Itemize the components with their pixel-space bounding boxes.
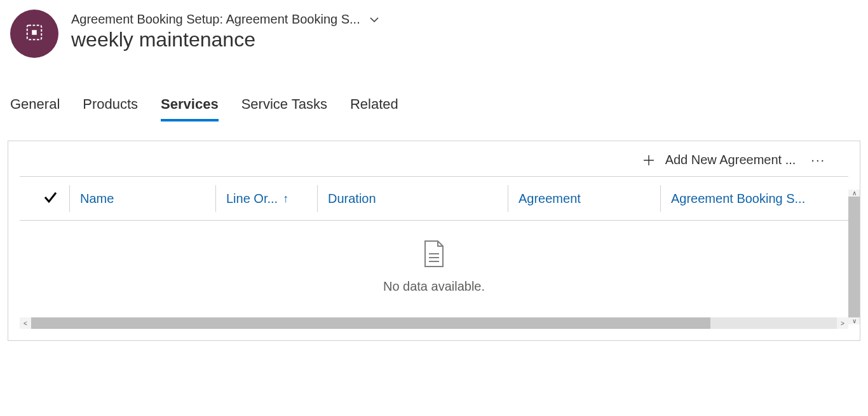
scroll-down-arrow[interactable]: ∨ <box>848 317 860 324</box>
breadcrumb-row[interactable]: Agreement Booking Setup: Agreement Booki… <box>71 12 379 27</box>
file-icon <box>423 240 445 270</box>
scroll-thumb[interactable] <box>848 197 860 317</box>
scroll-right-arrow[interactable]: > <box>837 317 848 329</box>
column-label: Name <box>80 191 114 206</box>
column-label: Agreement Booking S... <box>671 191 805 206</box>
column-header-name[interactable]: Name <box>69 185 215 212</box>
scroll-left-arrow[interactable]: < <box>20 317 31 329</box>
grid-body: No data available. <box>20 221 848 329</box>
grid-toolbar: Add New Agreement ... ··· <box>20 149 848 176</box>
column-header-agreement-booking-setup[interactable]: Agreement Booking S... <box>660 185 848 212</box>
grid-header-row: Name Line Or... ↑ Duration Agreement Agr… <box>20 176 848 221</box>
more-commands-button[interactable]: ··· <box>807 153 829 167</box>
empty-state: No data available. <box>20 240 848 294</box>
svg-rect-1 <box>32 30 37 35</box>
column-label: Agreement <box>519 191 581 206</box>
column-label: Line Or... <box>226 191 278 206</box>
select-all-column[interactable] <box>31 190 69 207</box>
add-new-button[interactable]: Add New Agreement ... <box>642 153 796 167</box>
plus-icon <box>642 154 655 167</box>
booking-setup-icon <box>25 23 44 45</box>
chevron-down-icon[interactable] <box>369 15 379 25</box>
record-title: weekly maintenance <box>71 28 379 52</box>
tab-products[interactable]: Products <box>83 96 138 121</box>
tab-general[interactable]: General <box>10 96 60 121</box>
column-label: Duration <box>328 191 376 206</box>
column-header-agreement[interactable]: Agreement <box>508 185 660 212</box>
tab-related[interactable]: Related <box>350 96 398 121</box>
services-grid-panel: Add New Agreement ... ··· Name Line Or..… <box>8 141 860 341</box>
checkmark-icon <box>43 190 58 207</box>
scroll-up-arrow[interactable]: ∧ <box>848 190 860 197</box>
empty-message: No data available. <box>383 279 485 294</box>
tab-service-tasks[interactable]: Service Tasks <box>241 96 327 121</box>
column-header-duration[interactable]: Duration <box>317 185 508 212</box>
breadcrumb: Agreement Booking Setup: Agreement Booki… <box>71 12 360 27</box>
arrow-up-icon: ↑ <box>283 192 288 205</box>
add-new-label: Add New Agreement ... <box>665 153 796 167</box>
horizontal-scrollbar[interactable]: < > <box>20 317 848 329</box>
entity-badge <box>10 10 58 58</box>
more-icon: ··· <box>811 153 825 167</box>
header-text: Agreement Booking Setup: Agreement Booki… <box>71 10 379 52</box>
record-header: Agreement Booking Setup: Agreement Booki… <box>0 0 868 58</box>
vertical-scrollbar[interactable]: ∧ ∨ <box>848 190 860 317</box>
tab-bar: General Products Services Service Tasks … <box>0 58 868 121</box>
scroll-thumb[interactable] <box>31 317 710 329</box>
column-header-line-order[interactable]: Line Or... ↑ <box>215 185 317 212</box>
tab-services[interactable]: Services <box>161 96 219 121</box>
